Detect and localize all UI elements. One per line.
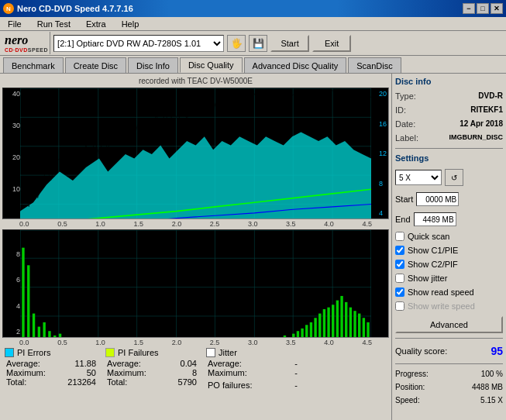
show-c1-pie-label: Show C1/PIE <box>408 246 458 255</box>
pi-failures-avg-label: Average: <box>107 359 141 368</box>
top-chart-x-axis: 0.0 0.5 1.0 1.5 2.0 2.5 3.0 3.5 4.0 4.5 <box>2 220 389 228</box>
toolbar: nero CD·DVDSPEED [2:1] Optiarc DVD RW AD… <box>0 31 506 56</box>
save-button[interactable]: 💾 <box>249 35 267 52</box>
svg-rect-62 <box>318 314 321 338</box>
nero-logo: nero CD·DVDSPEED <box>3 32 50 54</box>
tab-create-disc[interactable]: Create Disc <box>65 57 126 73</box>
quick-scan-checkbox[interactable] <box>395 232 404 241</box>
tab-scan-disc[interactable]: ScanDisc <box>348 57 401 73</box>
end-input[interactable] <box>414 212 456 226</box>
svg-rect-39 <box>59 334 61 338</box>
jitter-avg-label: Average: <box>208 359 242 368</box>
progress-value: 100 % <box>481 370 503 378</box>
top-chart-y-axis-left: 40 30 20 10 <box>5 88 20 219</box>
svg-rect-40 <box>66 337 68 338</box>
svg-rect-69 <box>349 308 352 338</box>
disc-info-panel: Disc info Type: DVD-R ID: RITEKF1 Date: … <box>391 74 506 420</box>
progress-label: Progress: <box>395 370 429 378</box>
menu-extra[interactable]: Extra <box>81 18 111 30</box>
chart-title: recorded with TEAC DV-W5000E <box>2 75 390 87</box>
legend-area: PI Errors Average: 11.88 Maximum: 50 Tot… <box>2 346 390 408</box>
pi-failures-legend: PI Failures Average: 0.04 Maximum: 8 Tot… <box>105 348 198 387</box>
disc-label-row: Label: IMGBURN_DISC <box>395 133 503 143</box>
show-write-speed-row: Show write speed <box>395 301 503 312</box>
speed-label: Speed: <box>395 396 420 405</box>
jitter-max-label: Maximum: <box>208 368 247 377</box>
nero-wordmark: nero <box>5 33 48 47</box>
show-c2-row: Show C2/PIF <box>395 259 503 270</box>
tab-benchmark[interactable]: Benchmark <box>3 57 64 73</box>
position-label: Position: <box>395 383 425 391</box>
svg-rect-54 <box>266 337 268 338</box>
settings-title: Settings <box>395 153 503 163</box>
svg-rect-58 <box>301 329 303 338</box>
tab-disc-quality[interactable]: Disc Quality <box>180 57 243 73</box>
tab-advanced-disc-quality[interactable]: Advanced Disc Quality <box>244 57 347 73</box>
refresh-icon-button[interactable]: ↺ <box>445 169 463 186</box>
drive-select[interactable]: [2:1] Optiarc DVD RW AD-7280S 1.01 <box>53 35 224 52</box>
disc-type-label: Type: <box>395 91 416 101</box>
disc-date-label: Date: <box>395 119 415 129</box>
window-title: Nero CD-DVD Speed 4.7.7.16 <box>17 4 133 13</box>
svg-rect-56 <box>292 334 294 338</box>
menu-file[interactable]: File <box>3 18 26 30</box>
show-c1-row: Show C1/PIE <box>395 245 503 256</box>
main-content: recorded with TEAC DV-W5000E 40 30 20 10 <box>0 74 506 420</box>
svg-rect-72 <box>363 318 365 338</box>
svg-rect-57 <box>297 331 299 338</box>
pi-failures-avg-value: 0.04 <box>181 359 197 368</box>
disc-label-label: Label: <box>395 133 418 143</box>
position-row: Position: 4488 MB <box>395 382 503 392</box>
pi-failures-color-box <box>105 348 115 357</box>
svg-rect-66 <box>336 301 339 338</box>
show-c2-pif-checkbox[interactable] <box>395 260 404 269</box>
svg-rect-32 <box>22 248 24 338</box>
menu-help[interactable]: Help <box>117 18 144 30</box>
end-row: End <box>395 212 503 226</box>
disc-type-row: Type: DVD-R <box>395 91 503 102</box>
hand-icon-button[interactable]: 🖐 <box>227 35 246 52</box>
svg-rect-60 <box>310 322 312 338</box>
jitter-label: Jitter <box>219 348 237 357</box>
bottom-chart-x-axis: 0.0 0.5 1.0 1.5 2.0 2.5 3.0 3.5 4.0 4.5 <box>2 339 389 346</box>
svg-rect-73 <box>367 322 369 338</box>
pi-errors-avg-value: 11.88 <box>74 359 96 368</box>
tab-bar: Benchmark Create Disc Disc Info Disc Qua… <box>0 56 506 74</box>
maximize-button[interactable]: □ <box>477 3 489 14</box>
exit-button[interactable]: Exit <box>312 35 351 52</box>
svg-rect-65 <box>332 305 334 338</box>
pi-errors-legend: PI Errors Average: 11.88 Maximum: 50 Tot… <box>5 348 98 387</box>
pi-errors-total-value: 213264 <box>67 377 96 387</box>
speed-select[interactable]: 5 X <box>395 170 442 185</box>
show-read-speed-checkbox[interactable] <box>395 287 404 297</box>
start-input[interactable] <box>416 192 459 206</box>
tab-disc-info[interactable]: Disc Info <box>128 57 178 73</box>
show-c2-pif-label: Show C2/PIF <box>408 260 458 269</box>
menu-run-test[interactable]: Run Test <box>33 18 75 30</box>
pi-failures-total-label: Total: <box>107 377 127 387</box>
show-write-speed-checkbox[interactable] <box>395 301 404 311</box>
minimize-button[interactable]: − <box>463 3 475 14</box>
start-button[interactable]: Start <box>270 35 309 52</box>
show-jitter-label: Show jitter <box>408 274 447 283</box>
quality-score-label: Quality score: <box>395 346 447 356</box>
pi-errors-total-label: Total: <box>6 377 26 387</box>
jitter-max-value: - <box>294 368 298 377</box>
show-read-speed-row: Show read speed <box>395 287 503 298</box>
divider-2 <box>395 338 503 339</box>
svg-rect-70 <box>353 311 356 338</box>
chart-area: recorded with TEAC DV-W5000E 40 30 20 10 <box>0 74 391 420</box>
title-bar: N Nero CD-DVD Speed 4.7.7.16 − □ ✕ <box>0 0 506 17</box>
close-button[interactable]: ✕ <box>491 3 503 14</box>
show-jitter-checkbox[interactable] <box>395 274 404 283</box>
svg-rect-34 <box>33 314 35 338</box>
jitter-color-box <box>206 348 215 357</box>
show-c1-pie-checkbox[interactable] <box>395 246 404 255</box>
jitter-avg-value: - <box>294 359 298 368</box>
pi-errors-avg-label: Average: <box>6 359 40 368</box>
app-icon: N <box>3 3 14 14</box>
svg-rect-63 <box>323 309 325 338</box>
advanced-button[interactable]: Advanced <box>395 316 503 333</box>
disc-type-value: DVD-R <box>478 91 503 101</box>
pi-failures-total-value: 5790 <box>178 377 197 387</box>
